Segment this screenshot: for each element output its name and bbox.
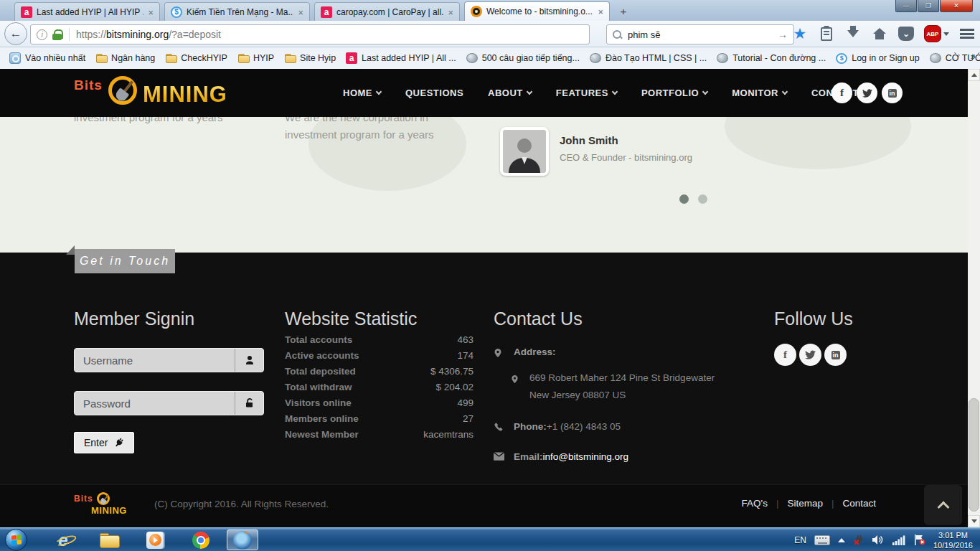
bookmark-label: 500 câu giao tiếp tiếng... <box>482 53 580 63</box>
email-icon <box>494 451 505 463</box>
windows-flag-icon <box>11 535 22 545</box>
taskbar-media-player[interactable] <box>139 529 171 550</box>
scrollbar-up-button[interactable] <box>968 69 980 81</box>
scrollbar-down-button[interactable] <box>968 515 980 527</box>
username-field[interactable] <box>75 349 235 372</box>
language-indicator[interactable]: EN <box>794 535 806 545</box>
url-path: /?a=deposit <box>169 29 221 40</box>
bookmarks-overflow-icon[interactable]: » <box>971 51 976 62</box>
nav-features[interactable]: FEATURES <box>556 88 617 98</box>
scrollbar-thumb[interactable] <box>969 398 979 512</box>
search-go-icon[interactable]: → <box>778 29 788 40</box>
bookmark-label: HYIP <box>253 53 274 63</box>
browser-tab-3[interactable]: caropay.com | CaroPay | all... <box>314 2 460 21</box>
stat-row: Total withdraw$ 204.02 <box>285 382 473 392</box>
nav-questions[interactable]: QUESTIONS <box>405 88 463 98</box>
hyip-favicon <box>321 6 332 18</box>
password-field[interactable] <box>75 392 235 415</box>
close-button[interactable]: ✕ <box>940 0 973 12</box>
folder-icon <box>284 52 296 64</box>
new-tab-button[interactable]: + <box>614 5 633 19</box>
hidden-icons-arrow[interactable] <box>838 538 845 542</box>
tab-strip: Last added HYIP | All HYIP ... Kiếm Tiền… <box>14 2 633 21</box>
tab-close-icon[interactable] <box>298 7 303 17</box>
system-tray: EN 3:01 PM 10/19/2016 <box>794 528 977 551</box>
url-bar[interactable]: i https://bitsmining.org/?a=deposit <box>30 24 590 44</box>
address-label: Address: <box>514 347 556 357</box>
tab-close-icon[interactable] <box>148 7 154 17</box>
back-button[interactable]: ← <box>4 22 27 45</box>
taskbar-explorer[interactable] <box>93 529 125 550</box>
phone-label: Phone: <box>514 421 547 432</box>
follow-title: Follow Us <box>774 309 853 329</box>
nav-monitor[interactable]: MONITOR <box>732 88 787 98</box>
keyboard-icon[interactable] <box>814 535 830 545</box>
bookmark-star-icon[interactable]: ★ <box>791 25 809 42</box>
power-plug-icon[interactable] <box>853 534 864 546</box>
nav-about[interactable]: ABOUT <box>488 88 532 98</box>
contact-title: Contact Us <box>494 309 730 329</box>
scroll-to-top-button[interactable] <box>924 485 962 525</box>
bookmark-folder[interactable]: Ngân hàng <box>90 50 160 66</box>
menu-hamburger-icon[interactable] <box>958 25 976 42</box>
bookmarks-menu-icon[interactable] <box>818 25 835 42</box>
facebook-icon[interactable]: f <box>831 83 852 103</box>
bookmark-link[interactable]: Tutorial - Con đường ... <box>712 51 831 65</box>
bookmark-link[interactable]: Log in or Sign up <box>831 51 925 66</box>
logo-text-mining: MINING <box>91 505 127 516</box>
link-faqs[interactable]: FAQ's <box>742 498 768 509</box>
bookmark-link[interactable]: Đào Tạo HTML | CSS | ... <box>585 51 712 65</box>
page-scrollbar[interactable] <box>968 69 980 527</box>
facebook-icon[interactable]: f <box>774 344 796 366</box>
adblock-button[interactable]: ABP <box>924 25 949 42</box>
bookmark-folder[interactable]: Site Hyip <box>279 50 341 66</box>
bookmark-link[interactable]: Last added HYIP | All ... <box>341 50 461 66</box>
twitter-icon[interactable] <box>857 83 877 103</box>
page-info-icon[interactable]: i <box>37 29 47 40</box>
chevron-down-icon <box>612 88 618 94</box>
stat-row: Newest Memberkacemtrans <box>285 430 473 440</box>
bookmark-folder[interactable]: HYIP <box>232 50 279 66</box>
browser-tab-2[interactable]: Kiếm Tiền Trên Mạng - Ma... <box>164 2 310 21</box>
linkedin-icon[interactable]: in <box>882 83 903 103</box>
carousel-dot[interactable] <box>698 194 707 204</box>
site-logo[interactable]: Bits MINING <box>74 75 232 112</box>
browser-tab-active[interactable]: Welcome to - bitsmining.o... <box>464 1 610 21</box>
link-contact[interactable]: Contact <box>842 498 876 509</box>
taskbar-firefox-active[interactable] <box>227 529 258 550</box>
tab-close-icon[interactable] <box>448 7 453 17</box>
volume-icon[interactable] <box>872 534 885 545</box>
downloads-icon[interactable] <box>844 25 862 42</box>
bookmark-link[interactable]: 500 câu giao tiếp tiếng... <box>461 51 585 65</box>
https-lock-icon[interactable] <box>52 29 62 40</box>
footer-section: Member Signin Enter Website Statistic To… <box>0 253 980 484</box>
bookmark-most-visited[interactable]: Vào nhiều nhất <box>4 50 90 66</box>
linkedin-icon[interactable]: in <box>824 344 847 366</box>
taskbar-clock[interactable]: 3:01 PM 10/19/2016 <box>933 530 977 550</box>
search-bar[interactable]: → <box>606 24 794 44</box>
taskbar-ie[interactable]: e <box>47 529 79 550</box>
action-center-flag-icon[interactable] <box>913 534 925 545</box>
network-signal-icon[interactable] <box>892 535 905 545</box>
tab-close-icon[interactable] <box>598 6 603 17</box>
twitter-icon[interactable] <box>799 344 821 366</box>
home-icon[interactable] <box>871 25 888 42</box>
globe-icon <box>466 53 478 63</box>
email-value[interactable]: info@bitsmining.org <box>543 451 629 462</box>
minimize-button[interactable]: — <box>895 0 917 12</box>
link-sitemap[interactable]: Sitemap <box>787 498 823 509</box>
maximize-button[interactable]: ❐ <box>918 0 939 12</box>
nav-portfolio[interactable]: PORTFOLIO <box>641 88 707 98</box>
search-input[interactable] <box>628 29 778 40</box>
carousel-dot-active[interactable] <box>679 194 689 204</box>
nav-home[interactable]: HOME <box>343 88 381 98</box>
footer-logo[interactable]: Bits MINING <box>74 492 138 521</box>
enter-button[interactable]: Enter <box>74 432 134 453</box>
browser-tab-1[interactable]: Last added HYIP | All HYIP ... <box>14 2 160 21</box>
bookmark-folder[interactable]: CheckHYIP <box>160 50 232 66</box>
taskbar-chrome[interactable] <box>185 529 217 550</box>
start-button[interactable] <box>5 529 27 551</box>
windows-taskbar: e EN 3:01 PM 10/19/2016 <box>0 527 980 551</box>
stat-row: Visitors online499 <box>285 398 473 408</box>
pocket-icon[interactable]: ⌄ <box>897 25 915 42</box>
